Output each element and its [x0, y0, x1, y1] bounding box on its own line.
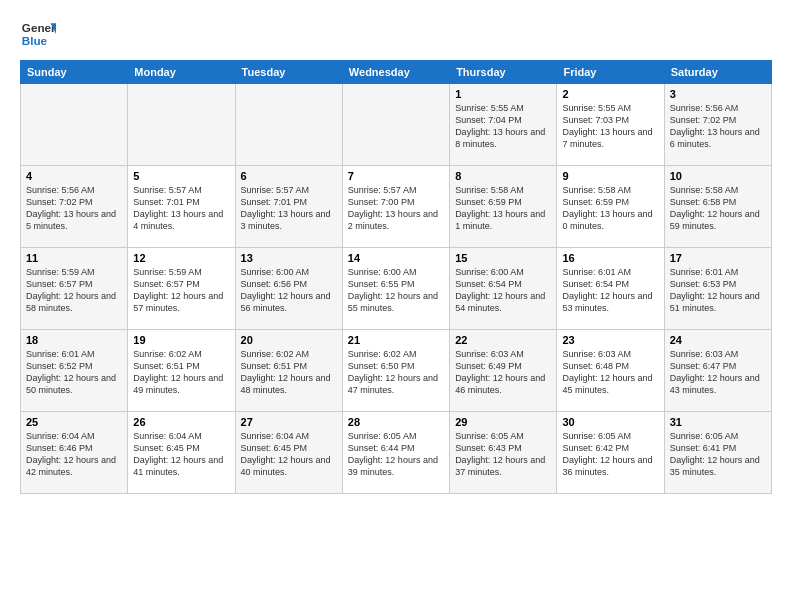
daylight: Daylight: 12 hours and 42 minutes. [26, 455, 116, 477]
calendar-cell: 6 Sunrise: 5:57 AM Sunset: 7:01 PM Dayli… [235, 166, 342, 248]
sunset: Sunset: 6:45 PM [133, 443, 200, 453]
sunset: Sunset: 6:45 PM [241, 443, 308, 453]
calendar-cell: 30 Sunrise: 6:05 AM Sunset: 6:42 PM Dayl… [557, 412, 664, 494]
sunrise: Sunrise: 6:02 AM [133, 349, 202, 359]
day-info: Sunrise: 5:58 AM Sunset: 6:59 PM Dayligh… [455, 184, 551, 233]
sunset: Sunset: 6:59 PM [562, 197, 629, 207]
main-container: General Blue SundayMondayTuesdayWednesda… [0, 0, 792, 504]
sunrise: Sunrise: 5:59 AM [133, 267, 202, 277]
sunset: Sunset: 6:54 PM [455, 279, 522, 289]
sunrise: Sunrise: 6:01 AM [562, 267, 631, 277]
day-number: 8 [455, 170, 551, 182]
daylight: Daylight: 12 hours and 35 minutes. [670, 455, 760, 477]
calendar-cell: 2 Sunrise: 5:55 AM Sunset: 7:03 PM Dayli… [557, 84, 664, 166]
calendar-cell: 26 Sunrise: 6:04 AM Sunset: 6:45 PM Dayl… [128, 412, 235, 494]
weekday-header: Tuesday [235, 61, 342, 84]
calendar-cell: 3 Sunrise: 5:56 AM Sunset: 7:02 PM Dayli… [664, 84, 771, 166]
calendar-table: SundayMondayTuesdayWednesdayThursdayFrid… [20, 60, 772, 494]
daylight: Daylight: 12 hours and 43 minutes. [670, 373, 760, 395]
day-number: 5 [133, 170, 229, 182]
sunrise: Sunrise: 5:56 AM [670, 103, 739, 113]
day-number: 22 [455, 334, 551, 346]
day-info: Sunrise: 6:04 AM Sunset: 6:46 PM Dayligh… [26, 430, 122, 479]
daylight: Daylight: 12 hours and 46 minutes. [455, 373, 545, 395]
day-number: 1 [455, 88, 551, 100]
weekday-header: Thursday [450, 61, 557, 84]
sunset: Sunset: 6:56 PM [241, 279, 308, 289]
day-info: Sunrise: 6:01 AM Sunset: 6:52 PM Dayligh… [26, 348, 122, 397]
sunrise: Sunrise: 5:57 AM [348, 185, 417, 195]
sunset: Sunset: 7:02 PM [670, 115, 737, 125]
daylight: Daylight: 13 hours and 7 minutes. [562, 127, 652, 149]
daylight: Daylight: 13 hours and 6 minutes. [670, 127, 760, 149]
sunset: Sunset: 6:57 PM [26, 279, 93, 289]
day-number: 13 [241, 252, 337, 264]
sunrise: Sunrise: 6:02 AM [241, 349, 310, 359]
daylight: Daylight: 13 hours and 5 minutes. [26, 209, 116, 231]
sunrise: Sunrise: 5:55 AM [562, 103, 631, 113]
sunrise: Sunrise: 6:03 AM [455, 349, 524, 359]
sunrise: Sunrise: 6:01 AM [670, 267, 739, 277]
daylight: Daylight: 12 hours and 36 minutes. [562, 455, 652, 477]
calendar-cell: 31 Sunrise: 6:05 AM Sunset: 6:41 PM Dayl… [664, 412, 771, 494]
page-header: General Blue [20, 16, 772, 52]
day-number: 15 [455, 252, 551, 264]
sunset: Sunset: 7:02 PM [26, 197, 93, 207]
calendar-cell: 29 Sunrise: 6:05 AM Sunset: 6:43 PM Dayl… [450, 412, 557, 494]
day-info: Sunrise: 6:02 AM Sunset: 6:51 PM Dayligh… [133, 348, 229, 397]
sunset: Sunset: 6:54 PM [562, 279, 629, 289]
sunset: Sunset: 6:55 PM [348, 279, 415, 289]
daylight: Daylight: 12 hours and 45 minutes. [562, 373, 652, 395]
daylight: Daylight: 13 hours and 3 minutes. [241, 209, 331, 231]
svg-text:Blue: Blue [22, 34, 48, 47]
day-number: 17 [670, 252, 766, 264]
day-number: 24 [670, 334, 766, 346]
sunset: Sunset: 6:49 PM [455, 361, 522, 371]
day-number: 27 [241, 416, 337, 428]
daylight: Daylight: 13 hours and 1 minute. [455, 209, 545, 231]
calendar-cell: 13 Sunrise: 6:00 AM Sunset: 6:56 PM Dayl… [235, 248, 342, 330]
sunset: Sunset: 6:41 PM [670, 443, 737, 453]
sunset: Sunset: 6:52 PM [26, 361, 93, 371]
calendar-cell: 8 Sunrise: 5:58 AM Sunset: 6:59 PM Dayli… [450, 166, 557, 248]
sunrise: Sunrise: 6:05 AM [348, 431, 417, 441]
daylight: Daylight: 12 hours and 48 minutes. [241, 373, 331, 395]
calendar-cell: 25 Sunrise: 6:04 AM Sunset: 6:46 PM Dayl… [21, 412, 128, 494]
day-info: Sunrise: 6:03 AM Sunset: 6:47 PM Dayligh… [670, 348, 766, 397]
sunrise: Sunrise: 5:57 AM [133, 185, 202, 195]
sunset: Sunset: 6:43 PM [455, 443, 522, 453]
day-info: Sunrise: 6:05 AM Sunset: 6:44 PM Dayligh… [348, 430, 444, 479]
calendar-week-row: 25 Sunrise: 6:04 AM Sunset: 6:46 PM Dayl… [21, 412, 772, 494]
logo-icon: General Blue [20, 16, 56, 52]
daylight: Daylight: 12 hours and 58 minutes. [26, 291, 116, 313]
calendar-cell: 5 Sunrise: 5:57 AM Sunset: 7:01 PM Dayli… [128, 166, 235, 248]
sunset: Sunset: 6:46 PM [26, 443, 93, 453]
day-number: 20 [241, 334, 337, 346]
day-number: 31 [670, 416, 766, 428]
sunset: Sunset: 7:00 PM [348, 197, 415, 207]
weekday-header: Friday [557, 61, 664, 84]
daylight: Daylight: 12 hours and 47 minutes. [348, 373, 438, 395]
day-info: Sunrise: 5:58 AM Sunset: 6:59 PM Dayligh… [562, 184, 658, 233]
calendar-week-row: 11 Sunrise: 5:59 AM Sunset: 6:57 PM Dayl… [21, 248, 772, 330]
daylight: Daylight: 12 hours and 39 minutes. [348, 455, 438, 477]
daylight: Daylight: 12 hours and 37 minutes. [455, 455, 545, 477]
sunrise: Sunrise: 5:58 AM [670, 185, 739, 195]
weekday-header-row: SundayMondayTuesdayWednesdayThursdayFrid… [21, 61, 772, 84]
sunset: Sunset: 6:59 PM [455, 197, 522, 207]
calendar-cell [128, 84, 235, 166]
sunset: Sunset: 6:51 PM [133, 361, 200, 371]
sunrise: Sunrise: 6:03 AM [670, 349, 739, 359]
day-info: Sunrise: 6:02 AM Sunset: 6:51 PM Dayligh… [241, 348, 337, 397]
sunset: Sunset: 7:01 PM [133, 197, 200, 207]
daylight: Daylight: 12 hours and 57 minutes. [133, 291, 223, 313]
calendar-cell: 12 Sunrise: 5:59 AM Sunset: 6:57 PM Dayl… [128, 248, 235, 330]
calendar-cell: 20 Sunrise: 6:02 AM Sunset: 6:51 PM Dayl… [235, 330, 342, 412]
weekday-header: Sunday [21, 61, 128, 84]
calendar-cell: 19 Sunrise: 6:02 AM Sunset: 6:51 PM Dayl… [128, 330, 235, 412]
sunrise: Sunrise: 6:00 AM [348, 267, 417, 277]
calendar-cell: 15 Sunrise: 6:00 AM Sunset: 6:54 PM Dayl… [450, 248, 557, 330]
sunrise: Sunrise: 6:00 AM [241, 267, 310, 277]
daylight: Daylight: 13 hours and 4 minutes. [133, 209, 223, 231]
calendar-cell: 24 Sunrise: 6:03 AM Sunset: 6:47 PM Dayl… [664, 330, 771, 412]
